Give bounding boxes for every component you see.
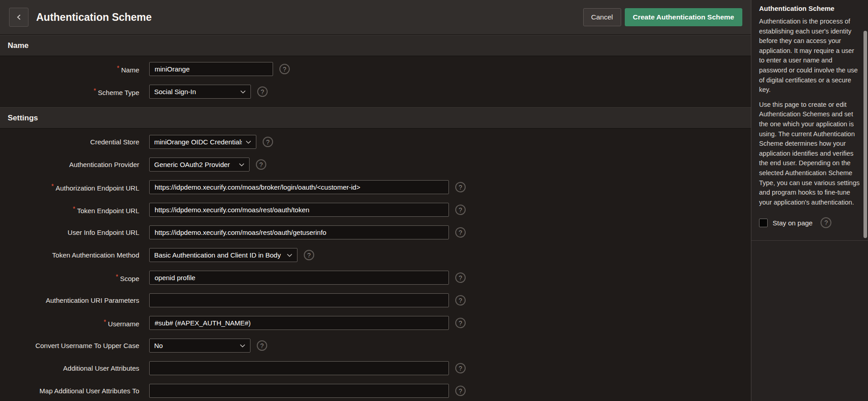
chevron-down-icon xyxy=(245,140,251,144)
field-label: Name xyxy=(121,66,139,74)
settings-section-body: Credential Store miniOrange OIDC Credent… xyxy=(0,129,751,398)
field-row: Authentication URI Parameters ? xyxy=(0,293,751,307)
required-marker: * xyxy=(51,182,53,190)
stay-on-page-checkbox[interactable] xyxy=(759,219,768,227)
required-marker: * xyxy=(94,87,96,95)
help-icon[interactable]: ? xyxy=(263,137,273,147)
field-row: Map Additional User Attributes To ? xyxy=(0,384,751,398)
section-header-settings: Settings xyxy=(0,107,751,129)
section-title: Settings xyxy=(8,114,38,123)
help-title: Authentication Scheme xyxy=(759,5,860,12)
authentication-provider-select[interactable]: Generic OAuth2 Provider xyxy=(149,158,250,172)
additional-user-attributes-input[interactable] xyxy=(149,361,449,375)
field-label: Credential Store xyxy=(90,138,139,146)
token-authentication-method-select[interactable]: Basic Authentication and Client ID in Bo… xyxy=(149,248,297,262)
main-region: Authentication Scheme Cancel Create Auth… xyxy=(0,0,751,401)
field-row: *Scope ? xyxy=(0,271,751,285)
help-icon[interactable]: ? xyxy=(455,205,466,215)
help-icon[interactable]: ? xyxy=(455,272,466,283)
credential-store-select[interactable]: miniOrange OIDC Credentials xyxy=(149,135,256,149)
help-icon[interactable]: ? xyxy=(455,182,466,192)
help-sidebar: Authentication Scheme Authentication is … xyxy=(751,0,868,401)
field-row: Convert Username To Upper Case No ? xyxy=(0,339,751,353)
field-row: *Authorization Endpoint URL ? xyxy=(0,180,751,194)
chevron-down-icon xyxy=(239,163,245,167)
field-label: Scope xyxy=(120,275,139,282)
field-row: *Name ? xyxy=(0,62,751,76)
chevron-down-icon xyxy=(287,253,292,257)
help-icon[interactable]: ? xyxy=(257,340,267,351)
field-row: *Username ? xyxy=(0,316,751,330)
token-endpoint-url-input[interactable] xyxy=(149,203,449,217)
help-icon[interactable]: ? xyxy=(455,227,466,238)
sidebar-divider xyxy=(751,240,868,241)
stay-on-page-label: Stay on page xyxy=(773,219,812,227)
map-additional-user-attributes-to-input[interactable] xyxy=(149,384,449,398)
scheme-type-select[interactable]: Social Sign-In xyxy=(149,85,251,99)
field-label: Map Additional User Attributes To xyxy=(39,387,139,395)
field-label: Convert Username To Upper Case xyxy=(35,342,139,349)
stay-on-page-row: Stay on page ? xyxy=(759,217,860,228)
required-marker: * xyxy=(104,318,106,326)
required-marker: * xyxy=(116,273,118,281)
field-label: Token Endpoint URL xyxy=(77,207,139,215)
page-title: Authentication Scheme xyxy=(36,11,152,24)
page-header: Authentication Scheme Cancel Create Auth… xyxy=(0,0,751,35)
section-title: Name xyxy=(8,41,28,50)
field-label: Authorization Endpoint URL xyxy=(56,184,139,192)
help-paragraph-1: Authentication is the process of establi… xyxy=(759,17,860,95)
required-marker: * xyxy=(73,205,75,213)
chevron-down-icon xyxy=(240,90,246,94)
help-icon[interactable]: ? xyxy=(256,159,266,170)
name-input[interactable] xyxy=(149,62,273,76)
field-label: Additional User Attributes xyxy=(63,364,139,372)
field-label: Username xyxy=(108,320,139,328)
field-label: Authentication URI Parameters xyxy=(46,296,139,304)
field-row: User Info Endpoint URL ? xyxy=(0,225,751,239)
help-icon[interactable]: ? xyxy=(304,250,314,260)
help-icon[interactable]: ? xyxy=(455,363,466,373)
username-input[interactable] xyxy=(149,316,449,330)
help-icon[interactable]: ? xyxy=(821,217,831,228)
help-icon[interactable]: ? xyxy=(257,86,268,97)
scope-input[interactable] xyxy=(149,271,449,285)
field-label: Scheme Type xyxy=(98,89,139,96)
convert-username-to-upper-case-select[interactable]: No xyxy=(149,339,250,353)
field-row: *Token Endpoint URL ? xyxy=(0,203,751,217)
authorization-endpoint-url-input[interactable] xyxy=(149,180,449,194)
field-label: User Info Endpoint URL xyxy=(68,229,139,236)
create-authentication-scheme-button[interactable]: Create Authentication Scheme xyxy=(625,8,742,26)
authentication-uri-parameters-input[interactable] xyxy=(149,293,449,307)
field-row: Credential Store miniOrange OIDC Credent… xyxy=(0,135,751,149)
field-row: Additional User Attributes ? xyxy=(0,361,751,375)
user-info-endpoint-url-input[interactable] xyxy=(149,225,449,239)
back-button[interactable] xyxy=(9,8,28,27)
chevron-down-icon xyxy=(240,344,245,348)
help-icon[interactable]: ? xyxy=(455,318,466,328)
field-label: Authentication Provider xyxy=(69,161,139,168)
field-row: Authentication Provider Generic OAuth2 P… xyxy=(0,158,751,172)
field-label: Token Authentication Method xyxy=(52,251,139,259)
scrollbar-thumb[interactable] xyxy=(863,31,867,238)
field-row: *Scheme Type Social Sign-In ? xyxy=(0,85,751,99)
field-row: Token Authentication Method Basic Authen… xyxy=(0,248,751,262)
section-header-name: Name xyxy=(0,35,751,56)
help-icon[interactable]: ? xyxy=(455,295,466,306)
chevron-left-icon xyxy=(16,14,21,20)
help-icon[interactable]: ? xyxy=(455,386,466,396)
cancel-button[interactable]: Cancel xyxy=(583,8,621,26)
help-paragraph-2: Use this page to create or edit Authenti… xyxy=(759,100,860,208)
name-section-body: *Name ? *Scheme Type Social Sign-In ? xyxy=(0,56,751,99)
help-icon[interactable]: ? xyxy=(279,64,290,74)
required-marker: * xyxy=(117,64,119,72)
